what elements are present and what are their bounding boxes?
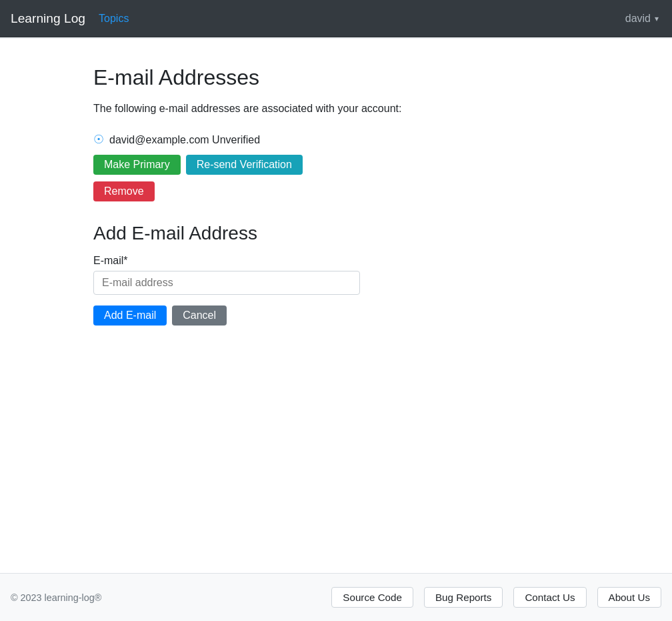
- footer-contact-us-link[interactable]: Contact Us: [513, 587, 586, 608]
- make-primary-button[interactable]: Make Primary: [93, 155, 181, 175]
- navbar-left: Learning Log Topics: [11, 11, 129, 26]
- resend-verification-button[interactable]: Re-send Verification: [186, 155, 303, 175]
- cancel-button[interactable]: Cancel: [172, 305, 227, 326]
- navbar-brand[interactable]: Learning Log: [11, 11, 85, 26]
- page-description: The following e-mail addresses are assoc…: [93, 101, 579, 117]
- footer-copyright: © 2023 learning-log®: [11, 592, 101, 603]
- remove-group: Remove: [93, 181, 579, 201]
- email-item: ☉ david@example.com Unverified: [93, 133, 579, 147]
- user-dropdown-button[interactable]: david ▾: [623, 7, 661, 30]
- email-actions-group: Make Primary Re-send Verification: [93, 155, 579, 175]
- navbar-right: david ▾: [623, 7, 661, 30]
- footer-bug-reports-link[interactable]: Bug Reports: [424, 587, 503, 608]
- email-field-label: E-mail*: [93, 255, 579, 267]
- add-email-actions: Add E-mail Cancel: [93, 305, 579, 326]
- footer-links: Source Code Bug Reports Contact Us About…: [331, 587, 661, 608]
- email-status: Unverified: [212, 134, 260, 145]
- main-content: E-mail Addresses The following e-mail ad…: [83, 39, 589, 573]
- remove-button[interactable]: Remove: [93, 181, 155, 201]
- navbar: Learning Log Topics david ▾: [0, 0, 672, 37]
- page-title: E-mail Addresses: [93, 65, 579, 90]
- user-label: david: [625, 13, 651, 25]
- email-address: david@example.com Unverified: [109, 134, 260, 146]
- email-input[interactable]: [93, 271, 360, 295]
- chevron-down-icon: ▾: [655, 14, 659, 23]
- navbar-topics-link[interactable]: Topics: [99, 13, 129, 25]
- add-email-section-title: Add E-mail Address: [93, 223, 579, 244]
- email-value: david@example.com: [109, 134, 209, 145]
- add-email-button[interactable]: Add E-mail: [93, 305, 167, 326]
- footer: © 2023 learning-log® Source Code Bug Rep…: [0, 573, 672, 621]
- footer-about-us-link[interactable]: About Us: [597, 587, 661, 608]
- footer-source-code-link[interactable]: Source Code: [331, 587, 413, 608]
- radio-icon: ☉: [93, 133, 104, 147]
